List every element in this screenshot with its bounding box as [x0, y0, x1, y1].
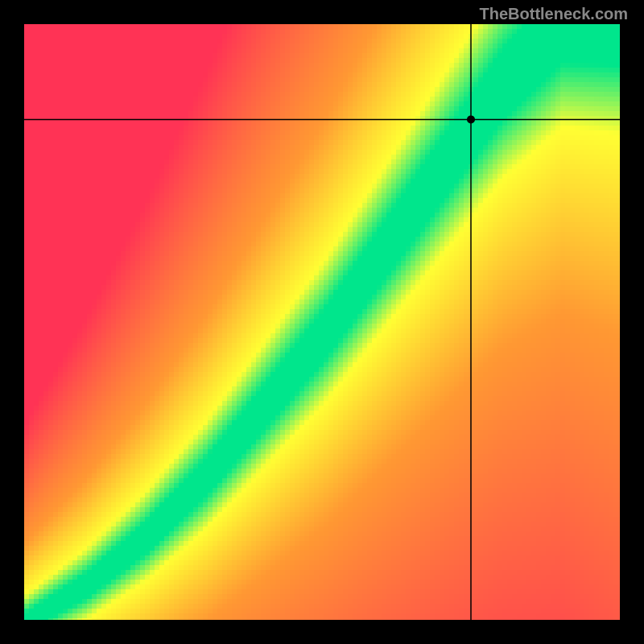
heatmap-canvas	[24, 24, 620, 620]
heatmap-chart	[24, 24, 620, 620]
watermark-label: TheBottleneck.com	[480, 5, 628, 23]
